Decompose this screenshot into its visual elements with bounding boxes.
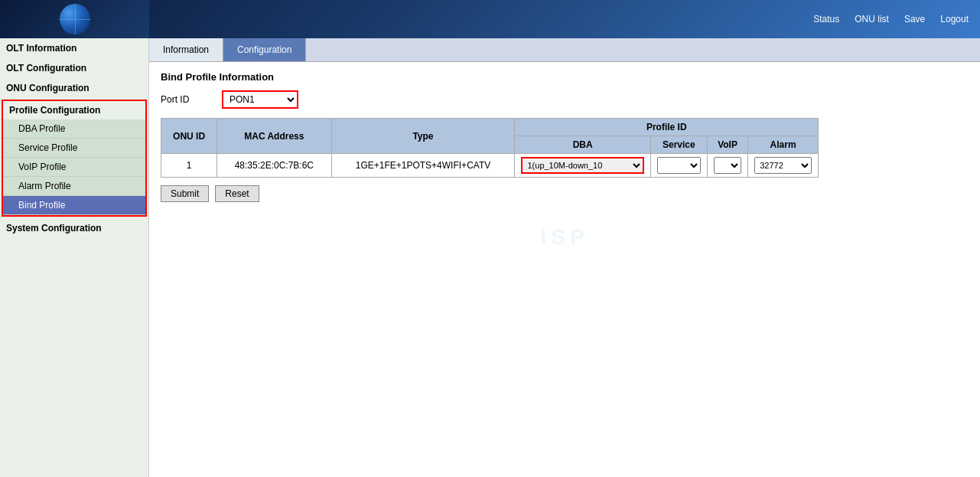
service-select[interactable]	[657, 157, 701, 174]
onu-list-link[interactable]: ONU list	[855, 14, 889, 25]
sidebar-item-dba-profile[interactable]: DBA Profile	[3, 119, 145, 139]
main-layout: OLT Information OLT Configuration ONU Co…	[0, 38, 980, 477]
port-id-select[interactable]: PON1	[222, 90, 298, 109]
col-profile-id: Profile ID	[515, 119, 819, 136]
sidebar: OLT Information OLT Configuration ONU Co…	[0, 38, 149, 477]
profile-config-title: Profile Configuration	[3, 101, 145, 119]
sidebar-item-bind-profile[interactable]: Bind Profile	[3, 196, 145, 215]
sidebar-item-voip-profile[interactable]: VoIP Profile	[3, 158, 145, 177]
cell-onu-id: 1	[161, 154, 217, 178]
col-type: Type	[331, 119, 515, 154]
profile-config-group: Profile Configuration DBA Profile Servic…	[2, 100, 147, 217]
cell-voip	[707, 154, 747, 178]
sidebar-item-alarm-profile[interactable]: Alarm Profile	[3, 177, 145, 196]
btn-row: Submit Reset	[161, 185, 969, 202]
logout-link[interactable]: Logout	[940, 14, 969, 25]
port-id-label: Port ID	[161, 94, 222, 105]
col-voip: VoIP	[707, 136, 747, 154]
tab-information[interactable]: Information	[149, 38, 223, 61]
bind-profile-table: ONU ID MAC Address Type Profile ID DBA S…	[161, 118, 819, 178]
sidebar-item-olt-configuration[interactable]: OLT Configuration	[0, 58, 148, 78]
col-dba: DBA	[515, 136, 650, 154]
content-body: Bind Profile Information Port ID PON1 ON…	[149, 62, 980, 259]
submit-button[interactable]: Submit	[161, 185, 209, 202]
watermark: ISP	[161, 225, 969, 250]
voip-select[interactable]	[714, 157, 741, 174]
top-header: Status ONU list Save Logout	[0, 0, 980, 38]
sidebar-item-system-configuration[interactable]: System Configuration	[0, 218, 148, 238]
cell-alarm: 32772	[748, 154, 819, 178]
top-nav: Status ONU list Save Logout	[813, 14, 969, 25]
port-id-row: Port ID PON1	[161, 90, 969, 109]
col-alarm: Alarm	[748, 136, 819, 154]
sidebar-item-onu-configuration[interactable]: ONU Configuration	[0, 78, 148, 98]
alarm-select[interactable]: 32772	[754, 157, 812, 174]
cell-service	[650, 154, 707, 178]
reset-button[interactable]: Reset	[215, 185, 259, 202]
tab-bar: Information Configuration	[149, 38, 980, 62]
save-link[interactable]: Save	[904, 14, 925, 25]
logo-area	[0, 0, 149, 38]
dba-select[interactable]: 1(up_10M-down_10	[521, 157, 643, 174]
table-row: 1 48:35:2E:0C:7B:6C 1GE+1FE+1POTS+4WIFI+…	[161, 154, 819, 178]
cell-type: 1GE+1FE+1POTS+4WIFI+CATV	[331, 154, 515, 178]
sidebar-item-olt-information[interactable]: OLT Information	[0, 38, 148, 58]
tab-configuration[interactable]: Configuration	[223, 38, 306, 61]
col-service: Service	[650, 136, 707, 154]
col-onu-id: ONU ID	[161, 119, 217, 154]
cell-mac: 48:35:2E:0C:7B:6C	[217, 154, 331, 178]
status-link[interactable]: Status	[813, 14, 839, 25]
section-title: Bind Profile Information	[161, 71, 969, 83]
content-area: Information Configuration Bind Profile I…	[149, 38, 980, 477]
col-mac: MAC Address	[217, 119, 331, 154]
sidebar-item-service-profile[interactable]: Service Profile	[3, 139, 145, 158]
globe-icon	[60, 4, 90, 34]
cell-dba: 1(up_10M-down_10	[515, 154, 650, 178]
